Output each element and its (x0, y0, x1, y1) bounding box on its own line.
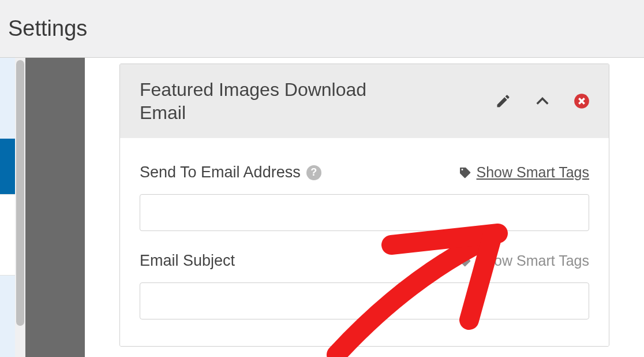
show-smart-tags-link[interactable]: Show Smart Tags (458, 252, 589, 269)
sidebar-segment (0, 275, 15, 357)
tag-icon (458, 166, 472, 180)
edit-button[interactable] (493, 91, 513, 111)
panel-gutter (25, 58, 85, 357)
subject-input[interactable] (140, 282, 589, 319)
send-to-field: Send To Email Address ? Show Smart Tags (140, 163, 589, 231)
main-area: Featured Images Download Email (0, 58, 644, 357)
smart-tags-label: Show Smart Tags (477, 164, 589, 181)
send-to-label: Send To Email Address (140, 163, 301, 181)
field-header-row: Send To Email Address ? Show Smart Tags (140, 163, 589, 181)
close-circle-icon (574, 93, 590, 109)
sidebar-segment (0, 194, 15, 275)
notification-card: Featured Images Download Email (119, 64, 609, 347)
send-to-input[interactable] (140, 194, 589, 231)
sidebar-segment (0, 58, 15, 139)
card-title: Featured Images Download Email (140, 78, 382, 124)
tag-icon (458, 254, 472, 268)
scrollbar-thumb[interactable] (16, 60, 24, 326)
collapse-button[interactable] (533, 91, 552, 111)
subject-label: Email Subject (140, 252, 235, 270)
page-title: Settings (8, 16, 87, 41)
field-label-wrap: Email Subject (140, 252, 235, 270)
sidebar-sliver (0, 58, 15, 357)
subject-field: Email Subject Show Smart Tags (140, 252, 589, 319)
card-header: Featured Images Download Email (120, 64, 609, 138)
help-icon[interactable]: ? (306, 165, 321, 180)
field-label-wrap: Send To Email Address ? (140, 163, 321, 181)
settings-content: Featured Images Download Email (85, 58, 644, 357)
chevron-up-icon (534, 93, 551, 109)
delete-button[interactable] (572, 91, 591, 111)
pencil-icon (495, 93, 511, 109)
top-bar: Settings (0, 0, 644, 58)
card-actions (493, 91, 591, 111)
vertical-scrollbar[interactable] (15, 58, 25, 357)
sidebar-segment-active[interactable] (0, 139, 15, 194)
card-body: Send To Email Address ? Show Smart Tags (120, 138, 609, 346)
field-header-row: Email Subject Show Smart Tags (140, 252, 589, 270)
smart-tags-label: Show Smart Tags (477, 252, 589, 269)
show-smart-tags-link[interactable]: Show Smart Tags (458, 164, 589, 181)
